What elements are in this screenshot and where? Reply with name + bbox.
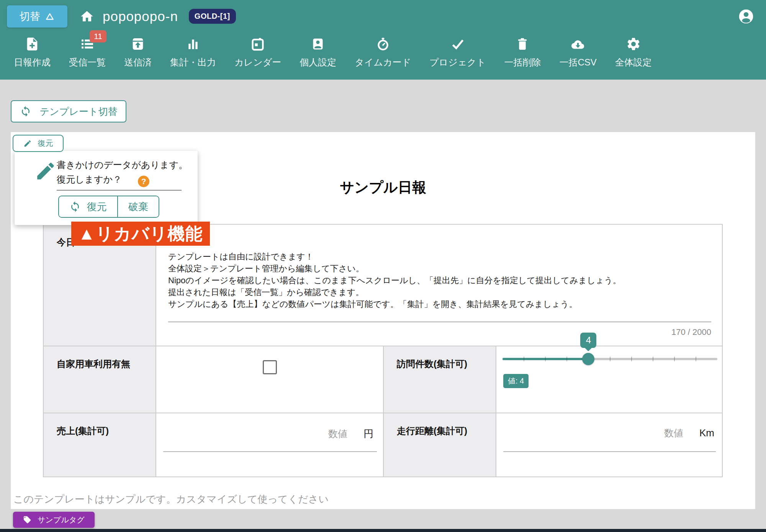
workspace-switch-label: 切替 [20, 10, 40, 23]
today-text-line: 全体設定＞テンプレート管理から編集して下さい。 [168, 263, 714, 274]
nav-item-label: 一括CSV [559, 56, 596, 69]
sample-tag-button[interactable]: サンプルタグ [13, 512, 95, 528]
note-add-icon [25, 36, 40, 52]
nav-item-4[interactable]: 集計・出力 [161, 33, 225, 69]
nav-item-label: 個人設定 [300, 56, 336, 69]
recovery-annotation-banner: ▲リカバリ機能 [71, 222, 210, 246]
sample-tag-label: サンプルタグ [38, 515, 85, 525]
popup-button-group: 復元 破棄 [58, 196, 159, 218]
nav-item-label: 送信済 [124, 56, 152, 69]
page: 切替 popopopo-n GOLD-[1] 日報作成11受信一覧送信済集計・出… [0, 0, 766, 532]
recovery-popup: 書きかけのデータがあります。 復元しますか？? 復元 破棄 [15, 151, 198, 225]
home-icon[interactable] [80, 9, 94, 24]
restore-button-label: 復元 [87, 200, 107, 214]
person-card-icon [310, 36, 326, 52]
today-text[interactable]: テンプレートは自由に設計できます！全体設定＞テンプレート管理から編集して下さい。… [156, 225, 722, 310]
stopwatch-icon [375, 36, 391, 52]
nav-item-1[interactable]: 日報作成 [5, 33, 60, 69]
bar-chart-icon [185, 36, 201, 52]
bottom-strip [0, 529, 766, 532]
avatar[interactable] [738, 8, 755, 25]
nav-item-8[interactable]: プロジェクト [420, 33, 495, 69]
sales-input[interactable] [301, 428, 348, 440]
help-icon[interactable]: ? [138, 176, 149, 187]
calendar-icon [250, 36, 265, 52]
nav-item-label: タイムカード [355, 56, 411, 69]
nav-item-label: 全体設定 [615, 56, 652, 69]
slider-tick [653, 357, 653, 361]
tag-icon [23, 516, 31, 524]
recovery-message-line1: 書きかけのデータがあります。 [57, 160, 188, 170]
sales-label-cell: 売上(集計可) [44, 413, 156, 477]
recovery-message-line2: 復元しますか？ [57, 174, 122, 184]
today-text-line: サンプルにある【売上】などの数値パーツは集計可能です。「集計」を開き、集計結果を… [168, 298, 714, 310]
car-checkbox-cell [156, 346, 384, 413]
restore-tab-label: 復元 [38, 138, 53, 149]
template-switch-button[interactable]: テンプレート切替 [11, 100, 126, 122]
discard-button[interactable]: 破棄 [117, 196, 159, 217]
template-footer-note: このテンプレートはサンプルです。カスタマイズして使ってください [13, 493, 329, 506]
triangle-up-icon [45, 11, 55, 21]
sales-input-cell: 円 [156, 413, 384, 477]
nav-item-label: プロジェクト [429, 56, 486, 69]
slider-tick [566, 357, 567, 361]
char-counter: 170 / 2000 [671, 327, 711, 337]
today-text-cell[interactable]: テンプレートは自由に設計できます！全体設定＞テンプレート管理から編集して下さい。… [156, 225, 723, 346]
slider-tick [696, 357, 696, 361]
slider-tick [545, 357, 546, 361]
popup-divider [57, 190, 182, 191]
slider-thumb[interactable] [582, 353, 594, 365]
nav-item-7[interactable]: タイムカード [345, 33, 420, 69]
cloud-download-icon [570, 36, 586, 52]
distance-input[interactable] [637, 427, 684, 439]
slider-value-bubble: 4 [580, 333, 596, 348]
car-checkbox[interactable] [263, 360, 277, 374]
slider-tick [674, 357, 675, 361]
distance-input-underline [503, 451, 716, 452]
pencil-icon [23, 139, 32, 148]
restore-tab-button[interactable]: 復元 [13, 135, 64, 152]
visits-label-cell: 訪問件数(集計可) [384, 346, 496, 413]
header-top-row: 切替 popopopo-n GOLD-[1] [0, 0, 766, 33]
nav-item-6[interactable]: 個人設定 [290, 33, 345, 69]
nav-item-9[interactable]: 一括削除 [495, 33, 550, 69]
sales-input-underline [163, 451, 377, 452]
today-text-underline [168, 321, 711, 322]
pencil-icon-large [34, 160, 57, 182]
visits-slider[interactable]: 4 [502, 358, 717, 360]
nav-item-11[interactable]: 全体設定 [606, 33, 661, 69]
today-text-line: Nipoのイメージを確認したい場合は、このまま下へスクロールし、「提出先」に自分… [168, 274, 714, 286]
nav-item-2[interactable]: 11受信一覧 [60, 33, 115, 69]
nav-bar: 日報作成11受信一覧送信済集計・出力カレンダー個人設定タイムカードプロジェクト一… [0, 33, 766, 80]
trash-icon [515, 36, 530, 52]
nav-item-label: 受信一覧 [69, 56, 106, 69]
nav-item-3[interactable]: 送信済 [115, 33, 161, 69]
restore-button[interactable]: 復元 [59, 196, 117, 217]
nav-item-label: 日報作成 [14, 56, 51, 69]
check-icon [450, 36, 465, 52]
send-box-icon [130, 36, 146, 52]
nav-badge: 11 [90, 30, 106, 42]
report-table: 今日 テンプレートは自由に設計できます！全体設定＞テンプレート管理から編集して下… [43, 224, 723, 477]
slider-tick [524, 357, 524, 361]
car-label: 自家用車利用有無 [57, 359, 130, 369]
nav-item-10[interactable]: 一括CSV [550, 33, 606, 69]
app-title: popopopo-n [103, 9, 178, 24]
app-header: 切替 popopopo-n GOLD-[1] 日報作成11受信一覧送信済集計・出… [0, 0, 766, 80]
template-switch-label: テンプレート切替 [40, 105, 118, 118]
today-text-line: 提出された日報は「受信一覧」から確認できます。 [168, 286, 714, 298]
nav-item-label: カレンダー [234, 56, 281, 69]
nav-item-label: 一括削除 [504, 56, 541, 69]
car-label-cell: 自家用車利用有無 [44, 346, 156, 413]
today-text-line: テンプレートは自由に設計できます！ [168, 251, 714, 263]
plan-badge: GOLD-[1] [189, 9, 236, 24]
nav-item-label: 集計・出力 [170, 56, 216, 69]
distance-label-cell: 走行距離(集計可) [384, 413, 496, 477]
visits-label: 訪問件数(集計可) [397, 359, 467, 369]
slider-tick [610, 357, 611, 361]
gear-icon [626, 36, 641, 52]
nav-item-5[interactable]: カレンダー [225, 33, 290, 69]
distance-unit: Km [699, 427, 714, 439]
workspace-switch-button[interactable]: 切替 [7, 5, 67, 28]
sync-icon [69, 201, 81, 212]
